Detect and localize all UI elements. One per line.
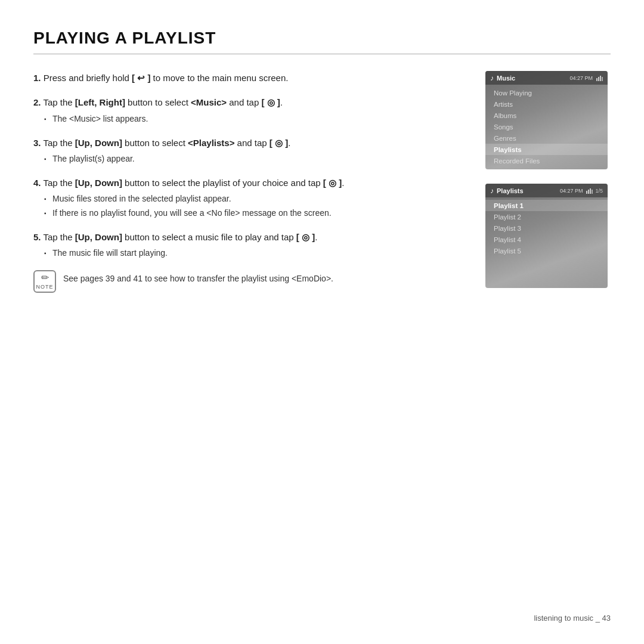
screen-1-title: Music — [497, 75, 515, 82]
menu-playlist-2: Playlist 2 — [485, 211, 608, 222]
step-4-number: 4. — [33, 178, 41, 188]
step-4: 4. Tap the [Up, Down] button to select t… — [33, 176, 467, 219]
device-screen-1: ♪ Music 04:27 PM Now Playing — [485, 71, 608, 169]
step-3-number: 3. — [33, 138, 41, 148]
battery-icon-2 — [586, 188, 593, 194]
ud-button-label: [Up, Down] — [75, 138, 122, 148]
step-3-text: Tap the [Up, Down] button to select <Pla… — [43, 138, 290, 148]
ok-button-symbol-2: [ ◎ ] — [270, 138, 288, 148]
note-icon: ✏ NOTE — [33, 270, 56, 293]
step-5-bullets: The music file will start playing. — [44, 247, 467, 259]
page-container: PLAYING A PLAYLIST 1. Press and briefly … — [0, 0, 644, 644]
step-2-bullets: The <Music> list appears. — [44, 113, 467, 125]
step-3-bullet-1: The playlist(s) appear. — [44, 153, 467, 165]
step-4-bullet-1: Music files stored in the selected playl… — [44, 193, 467, 205]
step-4-text: Tap the [Up, Down] button to select the … — [43, 178, 344, 188]
menu-playlist-1: Playlist 1 — [485, 200, 608, 211]
note-pencil-icon: ✏ — [41, 273, 49, 283]
menu-playlists: Playlists — [485, 144, 608, 155]
note-text: See pages 39 and 41 to see how to transf… — [63, 270, 333, 286]
screen-2-time: 04:27 PM — [560, 188, 583, 194]
step-1-text: Press and briefly hold [ ↩ ] to move to … — [44, 73, 289, 83]
lr-button-label: [Left, Right] — [75, 97, 125, 107]
step-1: 1. Press and briefly hold [ ↩ ] to move … — [33, 71, 467, 85]
screen-2-header-right: 04:27 PM 1/5 — [560, 188, 603, 194]
menu-artists: Artists — [485, 98, 608, 110]
step-5-text: Tap the [Up, Down] button to select a mu… — [43, 232, 317, 242]
screen-1-header-right: 04:27 PM — [569, 75, 603, 81]
screen-2-header: ♪ Playlists 04:27 PM 1/5 — [485, 184, 608, 197]
step-1-number: 1. — [33, 73, 41, 83]
screens-column: ♪ Music 04:27 PM Now Playing — [485, 71, 611, 293]
step-2-bullet-1: The <Music> list appears. — [44, 113, 467, 125]
step-4-bullet-2: If there is no playlist found, you will … — [44, 207, 467, 219]
screen-1-time: 04:27 PM — [569, 75, 593, 81]
screen-2-counter: 1/5 — [595, 188, 603, 194]
menu-music-browser: Music Browser — [485, 166, 608, 169]
step-5-bullet-1: The music file will start playing. — [44, 247, 467, 259]
step-5-number: 5. — [33, 232, 41, 242]
screen-2-menu: Playlist 1 Playlist 2 Playlist 3 Playlis… — [485, 197, 608, 259]
ok-button-symbol: [ ◎ ] — [261, 97, 280, 107]
screen-1-menu: Now Playing Artists Albums Songs Genres … — [485, 85, 608, 169]
menu-recorded-files: Recorded Files — [485, 155, 608, 166]
menu-playlist-5: Playlist 5 — [485, 245, 608, 256]
music-note-icon: ♪ — [490, 74, 494, 82]
note-box: ✏ NOTE See pages 39 and 41 to see how to… — [33, 270, 467, 293]
battery-icon — [596, 76, 603, 81]
step-3: 3. Tap the [Up, Down] button to select <… — [33, 136, 467, 165]
music-note-icon-2: ♪ — [490, 187, 494, 195]
screen-1-header: ♪ Music 04:27 PM — [485, 71, 608, 85]
ok-button-symbol-4: [ ◎ ] — [296, 232, 315, 242]
menu-genres: Genres — [485, 132, 608, 144]
ud-button-label-3: [Up, Down] — [75, 232, 122, 242]
step-4-bullets: Music files stored in the selected playl… — [44, 193, 467, 219]
main-layout: 1. Press and briefly hold [ ↩ ] to move … — [33, 71, 611, 293]
note-label: NOTE — [36, 284, 53, 290]
step-2-text: Tap the [Left, Right] button to select <… — [43, 97, 283, 107]
screen-2-header-left: ♪ Playlists — [490, 187, 524, 195]
step-5: 5. Tap the [Up, Down] button to select a… — [33, 230, 467, 259]
step-3-bullets: The playlist(s) appear. — [44, 153, 467, 165]
page-title: PLAYING A PLAYLIST — [33, 29, 611, 54]
menu-songs: Songs — [485, 121, 608, 132]
back-button-symbol: [ ↩ ] — [132, 73, 150, 83]
page-footer: listening to music _ 43 — [534, 614, 611, 623]
screen-1-header-left: ♪ Music — [490, 74, 515, 82]
menu-now-playing: Now Playing — [485, 87, 608, 98]
ok-button-symbol-3: [ ◎ ] — [323, 178, 342, 188]
ud-button-label-2: [Up, Down] — [75, 178, 122, 188]
device-screen-2: ♪ Playlists 04:27 PM 1/5 — [485, 184, 608, 288]
instructions-column: 1. Press and briefly hold [ ↩ ] to move … — [33, 71, 485, 293]
screen-2-title: Playlists — [497, 187, 524, 194]
menu-playlist-4: Playlist 4 — [485, 234, 608, 245]
step-2-number: 2. — [33, 97, 41, 107]
menu-playlist-3: Playlist 3 — [485, 222, 608, 234]
step-2: 2. Tap the [Left, Right] button to selec… — [33, 95, 467, 125]
menu-albums: Albums — [485, 110, 608, 121]
